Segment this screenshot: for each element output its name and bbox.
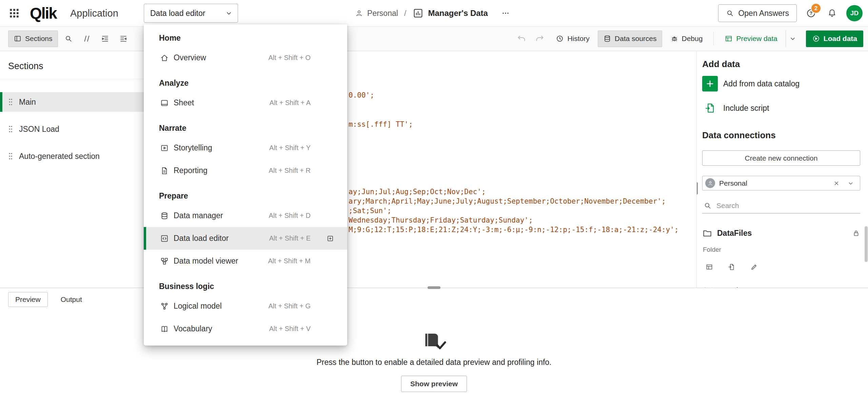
section-item-json-load[interactable]: JSON Load <box>0 119 144 139</box>
person-icon <box>355 9 363 17</box>
create-connection-button[interactable]: Create new connection <box>702 150 860 166</box>
menu-item-vocabulary[interactable]: Vocabulary Alt + Shift + V <box>144 317 347 340</box>
chevron-down-icon <box>225 9 233 17</box>
indent-icon <box>101 35 109 43</box>
drag-handle-icon[interactable] <box>8 125 13 133</box>
panel-resize-handle[interactable] <box>428 286 440 289</box>
preview-options-button[interactable] <box>786 30 800 47</box>
help-button[interactable]: ? 2 <box>804 6 818 20</box>
sections-panel-divider <box>0 79 144 79</box>
include-script-label: Include script <box>723 104 769 113</box>
menu-item-data-load-editor[interactable]: Data load editor Alt + Shift + E <box>144 227 347 250</box>
view-selector-value: Data load editor <box>150 9 205 18</box>
select-data-button[interactable] <box>703 260 716 274</box>
menu-item-storytelling[interactable]: Storytelling Alt + Shift + Y <box>144 137 347 159</box>
sections-panel: Sections Main JSON Load <box>0 51 144 288</box>
insert-file-icon <box>728 263 736 271</box>
history-clock-icon <box>556 35 564 43</box>
menu-item-logical-model[interactable]: Logical model Alt + Shift + G <box>144 295 347 317</box>
indent-button[interactable] <box>97 31 113 46</box>
menu-item-data-manager[interactable]: Data manager Alt + Shift + D <box>144 204 347 227</box>
data-sources-button[interactable]: Data sources <box>598 30 662 47</box>
menu-shortcut: Alt + Shift + G <box>268 302 311 310</box>
data-sources-label: Data sources <box>615 35 657 43</box>
preview-empty-state: Press the button to enable a detailed da… <box>0 332 868 392</box>
scrollbar-thumb[interactable] <box>865 226 868 262</box>
outdent-icon <box>119 35 127 43</box>
breadcrumb-space[interactable]: Personal <box>367 9 398 18</box>
more-horizontal-icon <box>501 9 510 17</box>
space-filter-value: Personal <box>719 179 827 187</box>
search-script-button[interactable] <box>61 31 76 46</box>
open-answers-button[interactable]: Open Answers <box>718 4 797 22</box>
debug-button[interactable]: Debug <box>665 30 708 47</box>
preview-data-button[interactable]: Preview data <box>719 30 783 47</box>
undo-button[interactable] <box>514 31 529 46</box>
connections-search-input[interactable] <box>716 201 859 210</box>
sections-toggle-label: Sections <box>25 35 53 43</box>
outdent-button[interactable] <box>116 31 131 46</box>
code-line: 0.00'; <box>349 90 374 100</box>
app-options-button[interactable] <box>498 6 513 21</box>
clear-space-filter-button[interactable] <box>831 178 842 188</box>
connection-item-datafiles[interactable]: DataFiles <box>702 226 860 241</box>
code-line: M;9:G;12:T;15:P;18:E;21:Z;24:Y;-3:m;-6:µ… <box>349 225 679 234</box>
connection-name: DataFiles <box>717 229 752 238</box>
menu-item-sheet[interactable]: Sheet Alt + Shift + A <box>144 91 347 114</box>
tab-output[interactable]: Output <box>54 292 89 307</box>
connection-item-partial[interactable]: Pand <box>702 283 860 288</box>
toolbar-right: History Data sources Debug Preview data <box>514 30 863 47</box>
space-filter-dropdown[interactable]: Personal <box>702 176 860 190</box>
space-filter-chevron-button[interactable] <box>846 178 856 188</box>
preview-panel-tabs: Preview Output <box>8 292 89 307</box>
menu-group-prepare: Prepare Data manager Alt + Shift + D Dat… <box>144 190 347 272</box>
section-item-auto-generated[interactable]: Auto-generated section <box>0 146 144 166</box>
insert-connection-button[interactable] <box>725 260 738 274</box>
show-preview-button[interactable]: Show preview <box>401 376 467 392</box>
menu-item-data-model-viewer[interactable]: Data model viewer Alt + Shift + M <box>144 250 347 272</box>
drag-handle-icon[interactable] <box>8 98 13 106</box>
lock-icon <box>852 229 860 237</box>
chevron-down-icon <box>789 35 797 43</box>
sections-toggle-button[interactable]: Sections <box>8 30 58 47</box>
vocabulary-book-icon <box>160 325 169 333</box>
menu-item-reporting[interactable]: Reporting Alt + Shift + R <box>144 159 347 182</box>
section-item-label: JSON Load <box>19 125 59 134</box>
code-editor-icon <box>160 234 169 243</box>
code-line: m:ss[.fff] TT'; <box>349 120 413 129</box>
data-connections-title: Data connections <box>702 130 860 140</box>
comment-toggle-button[interactable] <box>79 31 95 46</box>
include-script-button[interactable]: Include script <box>702 100 860 116</box>
view-selector-dropdown[interactable]: Data load editor <box>144 4 238 23</box>
redo-button[interactable] <box>532 31 548 46</box>
menu-group-narrate: Narrate Storytelling Alt + Shift + Y Rep… <box>144 122 347 182</box>
notifications-button[interactable] <box>825 6 839 20</box>
drag-handle-icon[interactable] <box>8 152 13 160</box>
open-in-new-tab-button[interactable] <box>323 232 337 245</box>
select-data-table-icon <box>705 263 713 271</box>
menu-item-overview[interactable]: Overview Alt + Shift + O <box>144 46 347 69</box>
include-script-icon <box>702 100 718 116</box>
section-item-main[interactable]: Main <box>0 92 144 112</box>
history-button[interactable]: History <box>550 30 595 47</box>
add-from-catalog-label: Add from data catalog <box>723 79 800 88</box>
tab-preview[interactable]: Preview <box>8 292 48 307</box>
undo-icon <box>516 34 527 44</box>
qlik-logo[interactable]: Qlik <box>30 4 57 22</box>
app-launcher-button[interactable] <box>6 5 22 21</box>
add-from-catalog-button[interactable]: Add from data catalog <box>702 76 860 91</box>
sections-panel-title: Sections <box>0 51 144 79</box>
edit-connection-button[interactable] <box>748 260 761 274</box>
section-item-label: Auto-generated section <box>19 152 100 161</box>
menu-group-business-logic: Business logic Logical model Alt + Shift… <box>144 281 347 340</box>
menu-shortcut: Alt + Shift + M <box>268 257 311 265</box>
top-bar: Qlik Application Data load editor Person… <box>0 0 868 27</box>
breadcrumb-separator: / <box>404 8 407 18</box>
load-data-button[interactable]: Load data <box>806 30 863 47</box>
reporting-icon <box>160 166 169 175</box>
preview-panel: Preview Output Press the button to enabl… <box>0 288 868 413</box>
panel-resize-grip[interactable] <box>696 182 698 194</box>
app-name: Manager's Data <box>428 8 488 18</box>
user-avatar[interactable]: JD <box>846 5 863 21</box>
qlik-app-window: Qlik Application Data load editor Person… <box>0 0 868 413</box>
